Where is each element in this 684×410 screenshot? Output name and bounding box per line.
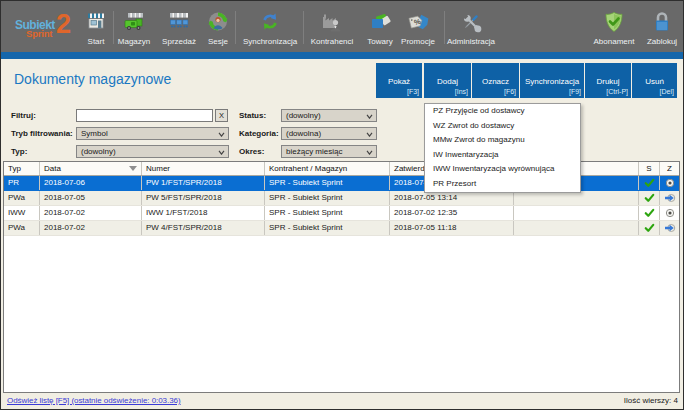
filter-label-typ: Typ: xyxy=(11,145,27,158)
filter-select-typ[interactable]: (dowolny) xyxy=(76,145,229,158)
column-header-label: Data xyxy=(44,164,61,173)
column-header-label: Z xyxy=(667,164,672,173)
menu-item-pr-przesort[interactable]: PR Przesort xyxy=(425,177,580,192)
filter-label-filtruj: Filtruj: xyxy=(11,109,36,122)
cell: PW 4/FST/SPR/2018 xyxy=(142,221,265,235)
filter-select-tryb-value: Symbol xyxy=(81,129,108,138)
column-header-numer[interactable]: Numer xyxy=(142,162,265,175)
cell-status xyxy=(639,176,660,190)
filter-select-status[interactable]: (dowolny) xyxy=(281,109,377,122)
filter-label-status: Status: xyxy=(239,109,266,122)
clear-filter-button[interactable]: X xyxy=(215,109,228,122)
cell: PWa xyxy=(4,191,40,205)
column-header-data[interactable]: Data xyxy=(40,162,142,175)
app-window: Subiekt Sprint 2 Start Magazyn Sprzedaż xyxy=(0,0,684,410)
row-count: Ilość wierszy: 4 xyxy=(624,396,678,405)
cell-status xyxy=(639,191,660,205)
filter-input[interactable] xyxy=(76,109,213,122)
status-bar: Odśwież listę [F5] (ostatnie odświeżenie… xyxy=(1,393,683,409)
cell xyxy=(514,206,639,220)
cell: IWW xyxy=(4,206,40,220)
check-icon xyxy=(644,193,655,202)
menu-item-mmw-zwrot-do-magazynu[interactable]: MMw Zwrot do magazynu xyxy=(425,133,580,148)
cell-sync xyxy=(660,176,679,190)
chevron-down-icon xyxy=(218,150,225,155)
enter-arrow-icon xyxy=(664,223,676,232)
add-document-menu: PZ Przyjęcie od dostawcyWZ Zwrot do dost… xyxy=(424,103,581,193)
filter-select-typ-value: (dowolny) xyxy=(81,147,116,156)
chevron-down-icon xyxy=(366,150,373,155)
sort-desc-icon xyxy=(129,166,137,171)
chevron-down-icon xyxy=(366,132,373,137)
filter-select-kategoria[interactable]: (dowolna) xyxy=(281,127,377,140)
cell: SPR - Subiekt Sprint xyxy=(265,191,390,205)
cell-sync xyxy=(660,191,679,205)
cell: 2018-07-02 12:35 xyxy=(390,206,514,220)
cell-sync xyxy=(660,221,679,235)
table-row[interactable]: IWW2018-07-02IWW 1/FST/2018SPR - Subiekt… xyxy=(4,206,679,221)
cell xyxy=(514,221,639,235)
cell: PW 5/FST/SPR/2018 xyxy=(142,191,265,205)
cell: 2018-07-06 xyxy=(40,176,142,190)
menu-item-iw-inwentaryzacja[interactable]: IW Inwentaryzacja xyxy=(425,148,580,163)
radio-dot-icon xyxy=(665,178,675,187)
table-row[interactable]: PWa2018-07-02PW 4/FST/SPR/2018SPR - Subi… xyxy=(4,221,679,236)
column-header-label: S xyxy=(646,164,651,173)
filter-select-status-value: (dowolny) xyxy=(286,111,321,120)
column-header-label: Typ xyxy=(8,164,21,173)
cell: SPR - Subiekt Sprint xyxy=(265,206,390,220)
documents-table: TypDataNumerKontrahent / MagazynZatwierd… xyxy=(3,161,680,393)
column-header-label: Kontrahent / Magazyn xyxy=(269,164,347,173)
column-header-z[interactable]: Z xyxy=(660,162,679,175)
cell: 2018-07-02 xyxy=(40,206,142,220)
menu-item-iww-inwentaryzacja-wyrównująca[interactable]: IWW Inwentaryzacja wyrównująca xyxy=(425,162,580,177)
cell: SPR - Subiekt Sprint xyxy=(265,221,390,235)
filter-select-okres-value: bieżący miesiąc xyxy=(286,147,342,156)
cell: 2018-07-05 13:14 xyxy=(390,191,514,205)
check-icon xyxy=(644,178,655,187)
cell-status xyxy=(639,206,660,220)
filter-label-okres: Okres: xyxy=(239,145,264,158)
cell: SPR - Subiekt Sprint xyxy=(265,176,390,190)
chevron-down-icon xyxy=(218,132,225,137)
filter-select-tryb[interactable]: Symbol xyxy=(76,127,229,140)
cell: 2018-07-05 11:18 xyxy=(390,221,514,235)
enter-arrow-icon xyxy=(664,193,676,202)
filter-label-tryb: Tryb filtrowania: xyxy=(11,127,73,140)
cell: 2018-07-05 xyxy=(40,191,142,205)
check-icon xyxy=(644,208,655,217)
column-header-label: Numer xyxy=(146,164,170,173)
cell-sync xyxy=(660,206,679,220)
check-icon xyxy=(644,223,655,232)
menu-item-wz-zwrot-do-dostawcy[interactable]: WZ Zwrot do dostawcy xyxy=(425,119,580,134)
filter-label-kategoria: Kategoria: xyxy=(239,127,279,140)
cell: PWa xyxy=(4,221,40,235)
cell xyxy=(514,191,639,205)
menu-item-pz-przyjęcie-od-dostawcy[interactable]: PZ Przyjęcie od dostawcy xyxy=(425,104,580,119)
cell: 2018-07-02 xyxy=(40,221,142,235)
column-header-kontrahent-magazyn[interactable]: Kontrahent / Magazyn xyxy=(265,162,390,175)
cell-status xyxy=(639,221,660,235)
table-row[interactable]: PWa2018-07-05PW 5/FST/SPR/2018SPR - Subi… xyxy=(4,191,679,206)
refresh-list-link[interactable]: Odśwież listę [F5] (ostatnie odświeżenie… xyxy=(7,396,181,405)
filter-select-okres[interactable]: bieżący miesiąc xyxy=(281,145,377,158)
cell: PR xyxy=(4,176,40,190)
column-header-typ[interactable]: Typ xyxy=(4,162,40,175)
radio-dot-icon xyxy=(665,208,675,217)
filter-select-kategoria-value: (dowolna) xyxy=(286,129,321,138)
cell: PW 1/FST/SPR/2018 xyxy=(142,176,265,190)
column-header-s[interactable]: S xyxy=(639,162,660,175)
chevron-down-icon xyxy=(366,114,373,119)
cell: IWW 1/FST/2018 xyxy=(142,206,265,220)
